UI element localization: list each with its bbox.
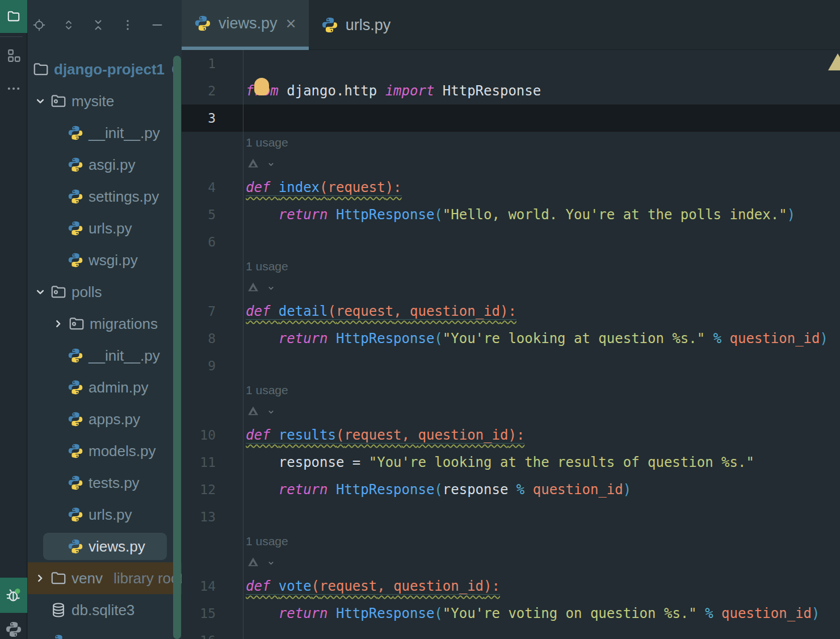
hide-panel-button[interactable] [147, 15, 167, 35]
tree-item--init-py[interactable]: __init__.py [28, 340, 182, 371]
code-line[interactable] [243, 228, 840, 256]
tree-item-db-sqlite3[interactable]: db.sqlite3 [28, 594, 182, 626]
code-line[interactable] [243, 352, 840, 379]
chevron-down-icon[interactable] [266, 159, 276, 170]
code-line[interactable] [243, 402, 840, 421]
tab-urls-py[interactable]: urls.py [309, 0, 404, 50]
structure-tool-button[interactable] [0, 39, 27, 72]
gutter[interactable]: 6 [182, 228, 243, 256]
gutter[interactable]: 10 [182, 421, 243, 449]
code-line[interactable] [243, 50, 840, 77]
gutter[interactable]: 11 [182, 449, 243, 476]
code-line[interactable]: return HttpResponse("You're voting on qu… [243, 600, 840, 627]
usages-hint[interactable]: 1 usage [243, 256, 840, 278]
tab-views-py[interactable]: views.py× [182, 0, 309, 50]
collapse-all-button[interactable] [88, 15, 108, 35]
chevron-right-icon[interactable] [31, 571, 49, 586]
chevron-down-icon[interactable] [31, 285, 49, 299]
chevron-right-icon[interactable] [49, 316, 68, 331]
code-line[interactable]: def detail(request, question_id): [243, 298, 840, 325]
tree-item-asgi-py[interactable]: asgi.py [28, 149, 182, 181]
code-line[interactable]: return HttpResponse("Hello, world. You'r… [243, 201, 840, 228]
gutter[interactable]: 15 [182, 600, 243, 627]
intention-bulb-icon[interactable] [254, 78, 269, 95]
project-tree-scrollbar[interactable] [173, 56, 181, 639]
gutter[interactable] [182, 402, 243, 421]
code-token: % [705, 605, 713, 621]
gutter[interactable] [182, 154, 243, 174]
tree-item--init-py[interactable]: __init__.py [28, 117, 182, 149]
tree-item-project-root[interactable]: django-project1C:\Us [28, 53, 182, 85]
gutter[interactable]: 16 [182, 627, 243, 639]
tree-item-wsgi-py[interactable]: wsgi.py [28, 244, 182, 276]
expand-all-button[interactable] [58, 15, 79, 35]
code-line[interactable] [243, 154, 840, 174]
gutter[interactable] [182, 531, 243, 553]
gutter[interactable]: 4 [182, 174, 243, 201]
tree-item-models-py[interactable]: models.py [28, 435, 182, 467]
gutter[interactable]: 9 [182, 352, 243, 379]
gutter[interactable]: 14 [182, 573, 243, 600]
gutter[interactable]: 3 [182, 105, 243, 132]
code-line[interactable]: def vote(request, question_id): [243, 573, 840, 600]
tree-item-migrations[interactable]: migrations [28, 308, 182, 340]
code-line[interactable]: from django.http import HttpResponse [243, 77, 840, 105]
tree-item-settings-py[interactable]: settings.py [28, 181, 182, 212]
gutter[interactable]: 5 [182, 201, 243, 228]
usages-hint[interactable]: 1 usage [243, 132, 840, 154]
code-line[interactable]: return HttpResponse(response % question_… [243, 476, 840, 503]
stripe-divider [0, 36, 23, 37]
python-packages-tool-button[interactable] [0, 613, 27, 639]
endpoint-knot-icon[interactable] [246, 556, 261, 570]
project-tool-button[interactable] [0, 0, 27, 33]
tree-item-admin-py[interactable]: admin.py [28, 371, 182, 403]
code-line[interactable] [243, 553, 840, 573]
usages-hint[interactable]: 1 usage [243, 379, 840, 402]
chevron-down-icon[interactable] [266, 407, 276, 417]
gutter[interactable]: 12 [182, 476, 243, 503]
gutter[interactable] [182, 553, 243, 573]
chevron-down-icon[interactable] [266, 283, 276, 294]
code-line[interactable]: def index(request): [243, 174, 840, 201]
endpoint-knot-icon[interactable] [246, 157, 261, 172]
options-menu-button[interactable] [117, 15, 138, 35]
chevron-down-icon [266, 558, 276, 569]
chevron-down-icon[interactable] [31, 94, 49, 108]
code-line[interactable] [243, 627, 840, 639]
code-line[interactable] [243, 105, 840, 132]
usages-hint[interactable]: 1 usage [243, 531, 840, 553]
gutter[interactable] [182, 132, 243, 154]
code-line[interactable] [243, 278, 840, 298]
endpoint-knot-icon[interactable] [246, 281, 261, 295]
locate-button[interactable] [29, 15, 49, 35]
gutter[interactable]: 13 [182, 503, 243, 531]
more-tool-windows-button[interactable] [0, 72, 27, 105]
tree-item-file[interactable] [28, 626, 182, 639]
inspection-warning-icon[interactable] [828, 53, 840, 70]
tree-item-tests-py[interactable]: tests.py [28, 467, 182, 499]
gutter[interactable] [182, 256, 243, 278]
gutter[interactable]: 2 [182, 77, 243, 105]
tree-item-views-py[interactable]: views.py [28, 531, 182, 562]
gutter[interactable] [182, 278, 243, 298]
code-line[interactable]: response = "You're looking at the result… [243, 449, 840, 476]
tree-item-mysite[interactable]: mysite [28, 85, 182, 117]
tree-item-venv[interactable]: venvlibrary root [28, 562, 182, 594]
tree-item-polls[interactable]: polls [28, 276, 182, 308]
tree-item-urls-py[interactable]: urls.py [28, 499, 182, 531]
code-token: question_id [418, 427, 508, 443]
code-line[interactable] [243, 503, 840, 531]
tab-close-icon[interactable]: × [286, 15, 296, 32]
debug-tool-button[interactable] [0, 578, 27, 613]
code-line[interactable]: def results(request, question_id): [243, 421, 840, 449]
gutter[interactable] [182, 379, 243, 402]
code-line[interactable]: return HttpResponse("You're looking at q… [243, 325, 840, 352]
tree-item-urls-py[interactable]: urls.py [28, 212, 182, 244]
endpoint-knot-icon[interactable] [246, 404, 261, 419]
gutter[interactable]: 1 [182, 50, 243, 77]
chevron-down-icon[interactable] [266, 558, 276, 569]
tree-item-apps-py[interactable]: apps.py [28, 403, 182, 435]
gutter[interactable]: 8 [182, 325, 243, 352]
gutter[interactable]: 7 [182, 298, 243, 325]
editor[interactable]: 12from django.http import HttpResponse31… [182, 50, 840, 639]
